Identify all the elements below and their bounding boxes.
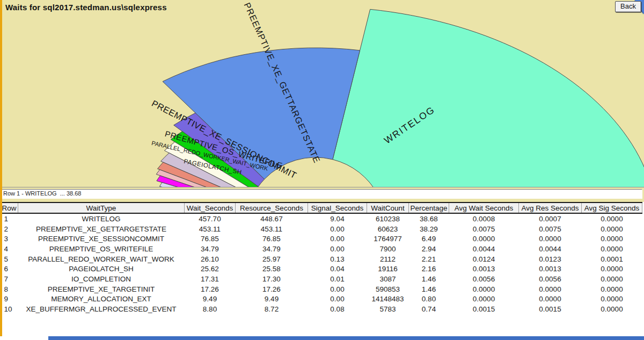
wait-type-cell: PARALLEL_REDO_WORKER_WAIT_WORK	[18, 254, 185, 264]
cell: 0.0000	[449, 234, 519, 244]
table-row[interactable]: 1WRITELOG457.70448.679.0461023838.680.00…	[1, 213, 642, 224]
cell: 0.80	[409, 294, 449, 305]
column-header: Avg Res Seconds	[519, 202, 582, 213]
cell: 0.04	[308, 264, 367, 274]
waits-table: RowWaitTypeWait_SecondsResource_SecondsS…	[0, 202, 642, 314]
cell: 0.0123	[519, 254, 582, 264]
cell: 2	[1, 224, 18, 234]
table-header-row: RowWaitTypeWait_SecondsResource_SecondsS…	[1, 202, 642, 213]
cell: 0.00	[308, 244, 367, 254]
cell: 14148483	[367, 294, 409, 305]
cell: 0.0000	[582, 213, 642, 224]
cell: 17.30	[236, 274, 308, 284]
cell: 17.26	[185, 284, 236, 294]
cell: 0.00	[308, 294, 367, 305]
cell: 76.85	[236, 234, 308, 244]
chart-pane: WRITELOGPREEMPTIVE_XE_GETTARGETSTATEPREE…	[0, 0, 644, 202]
cell: 1764977	[367, 234, 409, 244]
table-row[interactable]: 10XE_BUFFERMGR_ALLPROCESSED_EVENT8.808.7…	[1, 304, 642, 314]
cell: 25.62	[185, 264, 236, 274]
table-row[interactable]: 5PARALLEL_REDO_WORKER_WAIT_WORK26.1025.9…	[1, 254, 642, 264]
cell: 2.21	[409, 254, 449, 264]
cell: 1.46	[409, 274, 449, 284]
cell: 0.0015	[519, 304, 582, 314]
wait-fan-chart-area	[0, 0, 644, 187]
table-row[interactable]: 2PREEMPTIVE_XE_GETTARGETSTATE453.11453.1…	[1, 224, 642, 234]
cell: 26.10	[185, 254, 236, 264]
cell: 6	[1, 264, 18, 274]
cell: 2112	[367, 254, 409, 264]
cell: 0.0044	[519, 244, 582, 254]
table-row[interactable]: 3PREEMPTIVE_XE_SESSIONCOMMIT76.8576.850.…	[1, 234, 642, 244]
cell: 0.0056	[519, 274, 582, 284]
cell: 0.0000	[582, 234, 642, 244]
table-row[interactable]: 6PAGEIOLATCH_SH25.6225.580.04191162.160.…	[1, 264, 642, 274]
cell: 0.0000	[582, 284, 642, 294]
cell: 0.0075	[519, 224, 582, 234]
cell: 0.74	[409, 304, 449, 314]
cell: 17.26	[236, 284, 308, 294]
back-button[interactable]: Back	[615, 1, 641, 12]
cell: 457.70	[185, 213, 236, 224]
cell: 0.0000	[449, 284, 519, 294]
cell: 590853	[367, 284, 409, 294]
column-header: Signal_Seconds	[308, 202, 367, 213]
cell: 0.0124	[449, 254, 519, 264]
cell: 60623	[367, 224, 409, 234]
cell: 0.0001	[582, 254, 642, 264]
cell: 8.80	[185, 304, 236, 314]
table-row[interactable]: 9MEMORY_ALLOCATION_EXT9.499.490.00141484…	[1, 294, 642, 305]
cell: 0.0008	[449, 213, 519, 224]
table-row[interactable]: 7IO_COMPLETION17.3117.300.0130871.460.00…	[1, 274, 642, 284]
cell: 0.0013	[449, 264, 519, 274]
wait-type-cell: WRITELOG	[18, 213, 185, 224]
cell: 453.11	[236, 224, 308, 234]
chart-bottom-divider	[0, 187, 644, 187]
cell: 0.0000	[519, 234, 582, 244]
cell: 0.0000	[519, 294, 582, 305]
table-row[interactable]: 8PREEMPTIVE_XE_TARGETINIT17.2617.260.005…	[1, 284, 642, 294]
cell: 8.72	[236, 304, 308, 314]
cell: 0.0013	[519, 264, 582, 274]
cell: 3087	[367, 274, 409, 284]
cell: 0.0000	[519, 284, 582, 294]
cell: 7	[1, 274, 18, 284]
table-body: 1WRITELOG457.70448.679.0461023838.680.00…	[1, 213, 642, 314]
cell: 9.04	[308, 213, 367, 224]
table-row[interactable]: 4PREEMPTIVE_OS_WRITEFILE34.7934.790.0079…	[1, 244, 642, 254]
cell: 0.0000	[582, 244, 642, 254]
wait-type-cell: XE_BUFFERMGR_ALLPROCESSED_EVENT	[18, 304, 185, 314]
column-header: Avg Sig Seconds	[582, 202, 642, 213]
cell: 453.11	[185, 224, 236, 234]
wait-fan-chart	[0, 0, 644, 187]
pie-slice[interactable]	[333, 9, 644, 187]
cell: 17.31	[185, 274, 236, 284]
cell: 34.79	[236, 244, 308, 254]
cell: 9	[1, 294, 18, 305]
cell: 0.0015	[449, 304, 519, 314]
wait-type-cell: PREEMPTIVE_XE_SESSIONCOMMIT	[18, 234, 185, 244]
cell: 0.00	[308, 284, 367, 294]
cell: 5	[1, 254, 18, 264]
cell: 0.0007	[519, 213, 582, 224]
column-header: Resource_Seconds	[236, 202, 308, 213]
cell: 3	[1, 234, 18, 244]
wait-type-cell: PREEMPTIVE_OS_WRITEFILE	[18, 244, 185, 254]
column-header: Percentage	[409, 202, 449, 213]
column-header: Avg Wait Seconds	[449, 202, 519, 213]
wait-type-cell: PREEMPTIVE_XE_GETTARGETSTATE	[18, 224, 185, 234]
cell: 0.0000	[582, 304, 642, 314]
cell: 9.49	[236, 294, 308, 305]
cell: 38.68	[409, 213, 449, 224]
cell: 1	[1, 213, 18, 224]
cell: 8	[1, 284, 18, 294]
cell: 610238	[367, 213, 409, 224]
status-bar: Row 1 - WRITELOG ... 38.68	[1, 189, 642, 199]
column-header: WaitCount	[367, 202, 409, 213]
cell: 0.01	[308, 274, 367, 284]
cell: 25.97	[236, 254, 308, 264]
column-header: Row	[1, 202, 18, 213]
left-accent-bar	[0, 0, 2, 336]
cell: 9.49	[185, 294, 236, 305]
bottom-accent-strip	[48, 336, 644, 340]
